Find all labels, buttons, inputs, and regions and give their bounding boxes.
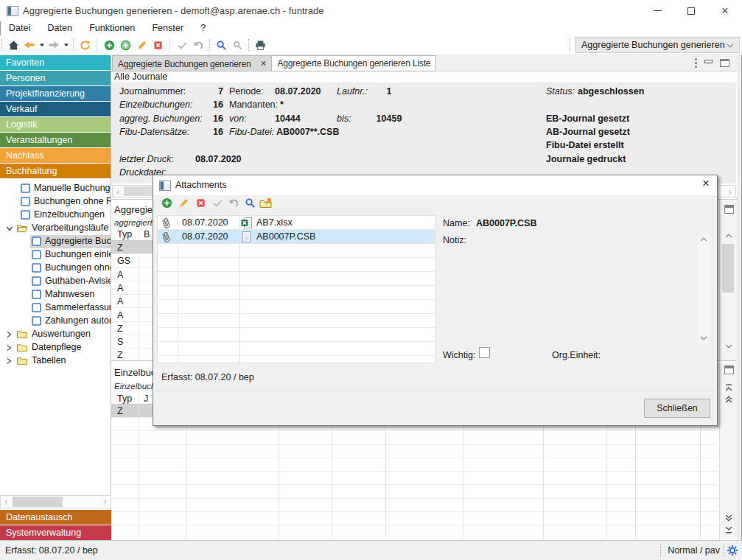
undo-icon[interactable] [190,40,206,51]
schliessen-button[interactable]: Schließen [644,399,710,418]
mandanten-label: Mandanten: [229,99,278,110]
tree-item-selected[interactable]: Aggregierte Buchungen generieren [0,235,111,248]
scroll-first-icon[interactable] [724,383,733,392]
scroll-right-icon[interactable] [103,497,108,506]
add-icon[interactable] [158,197,175,209]
dialog-close-icon[interactable]: × [702,176,710,191]
tree-item-folder[interactable]: Verarbeitungsläufe [0,222,111,235]
forward-menu-icon[interactable] [62,42,70,48]
tree-item[interactable]: Guthaben-Avisieru [0,275,111,288]
attachment-row[interactable]: 08.07.2020 AB7.xlsx [158,216,435,230]
menu-funktionen[interactable]: Funktionen [82,21,142,33]
sidebar-section-systemverwaltung[interactable]: Systemverwaltung [0,525,111,540]
sidebar-section-personen[interactable]: Personen [0,71,111,85]
scroll-down-icon[interactable] [700,336,707,340]
tree-item[interactable]: Buchungen ohne Refe [0,195,111,209]
tree-item[interactable]: Manuelle Buchungen [0,182,111,195]
sidebar-section-buchhaltung[interactable]: Buchhaltung [0,164,111,178]
menu-fenster[interactable]: Fenster [144,21,190,33]
menu-help[interactable]: ? [193,21,213,33]
tab-aggregierte-buchungen-generieren[interactable]: Aggregierte Buchungen generieren× [112,55,272,71]
sidebar-section-verkauf[interactable]: Verkauf [0,102,111,116]
menu-datei[interactable]: Datei [1,21,38,33]
wichtig-checkbox[interactable] [479,347,490,358]
sidebar-section-logistik[interactable]: Logistik [0,117,111,132]
confirm-icon[interactable] [209,197,225,209]
collapse-icon[interactable] [704,60,713,63]
window-panel-icon[interactable] [720,59,729,67]
tree-item[interactable]: Sammelerfassung S [0,301,111,315]
sidebar-section-nachlass[interactable]: Nachlass [0,148,111,163]
tab-aggregierte-buchungen-generieren-liste[interactable]: Aggregierte Buchungen generieren Liste [271,55,436,71]
chevron-right-icon[interactable] [6,331,12,338]
back-menu-icon[interactable] [38,42,46,48]
tree-item[interactable]: Buchungen einlese [0,248,111,262]
node-icon [32,250,41,259]
delete-icon[interactable] [150,40,166,51]
add-alt-icon[interactable] [117,40,133,51]
tree-item-folder[interactable]: Datenpflege [0,341,111,354]
tree-item[interactable]: Einzelbuchungen [0,209,111,222]
forward-icon[interactable] [46,39,62,51]
edit-icon[interactable] [133,40,150,51]
node-icon [21,183,30,193]
refresh-icon[interactable] [77,40,93,51]
tree-item-folder[interactable]: Tabellen [0,354,111,368]
print-icon[interactable] [252,40,268,51]
search-icon[interactable] [213,40,229,51]
page-up-icon[interactable] [724,395,733,404]
sidebar: Favoriten Personen Projektfinanzierung V… [0,55,111,540]
home-icon[interactable] [5,40,21,51]
panel-maximize-icon[interactable] [724,365,734,374]
tree-item[interactable]: Zahlungen automat [0,315,111,328]
node-icon [21,210,30,220]
undo-icon[interactable] [225,197,242,209]
chevron-right-icon[interactable] [6,357,12,365]
scrollbar-thumb[interactable] [13,497,63,507]
search-icon[interactable] [242,197,258,209]
panel-maximize-icon[interactable] [724,205,734,214]
open-folder-icon[interactable] [258,197,274,209]
tab-close-icon[interactable]: × [260,57,266,69]
scroll-last-icon[interactable] [724,525,733,534]
close-button[interactable]: × [708,0,742,21]
chevron-down-icon[interactable] [6,225,13,231]
status-line: EB-Journal gesetzt [546,113,629,124]
settings-gear-icon[interactable] [727,545,738,556]
tree-item-folder[interactable]: Auswertungen [0,328,111,341]
maximize-button[interactable] [674,0,708,21]
aggreg-buchungen-value: 16 [178,113,223,124]
confirm-icon[interactable] [174,40,190,51]
attachment-row-selected[interactable]: 08.07.2020 AB0007P.CSB [158,230,435,244]
edit-icon[interactable] [175,197,192,209]
tree-item[interactable]: Buchungen ohne R [0,262,111,275]
search-secondary-icon[interactable] [229,41,245,50]
sidebar-section-datenaustausch[interactable]: Datenaustausch [0,510,111,525]
dialog-toolbar [153,195,717,214]
notiz-scrollbar[interactable] [698,234,710,343]
program-dropdown[interactable]: Aggregierte Buchungen generieren [575,37,740,53]
scroll-left-icon[interactable] [4,497,8,506]
add-icon[interactable] [101,40,117,51]
scroll-up-icon[interactable] [700,237,707,242]
menu-daten[interactable]: Daten [41,21,80,33]
vertical-scrollbar[interactable] [719,200,737,360]
minimize-button[interactable] [640,0,674,21]
sidebar-horizontal-scrollbar[interactable] [0,495,111,508]
delete-icon[interactable] [192,197,209,209]
vertical-scrollbar[interactable] [719,363,737,539]
page-down-icon[interactable] [724,514,733,522]
tab-menu-icon[interactable] [695,58,697,68]
tab-bar: Aggregierte Buchungen generieren× Aggreg… [111,55,737,71]
back-icon[interactable] [21,39,38,51]
sidebar-section-favoriten[interactable]: Favoriten [0,55,111,70]
sidebar-section-projektfinanzierung[interactable]: Projektfinanzierung [0,86,111,101]
scrollbar-thumb[interactable] [722,244,734,293]
chevron-right-icon[interactable] [6,344,12,351]
scroll-up-icon[interactable] [725,234,732,238]
scroll-right-icon[interactable] [728,188,732,197]
scroll-left-icon[interactable] [116,188,120,197]
sidebar-section-veranstaltungen[interactable]: Veranstaltungen [0,133,111,147]
tree-item[interactable]: Mahnwesen [0,288,111,301]
scroll-down-icon[interactable] [725,344,732,349]
